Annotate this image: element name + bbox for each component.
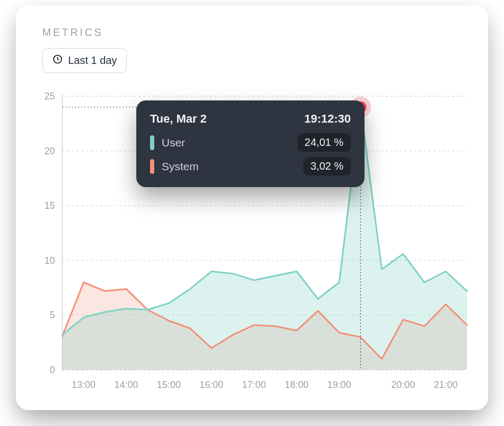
svg-text:16:00: 16:00 [200,379,223,390]
tooltip-row-user: User 24,01 % [150,133,351,152]
metrics-card: METRICS Last 1 day 051015202513:0014:001… [16,5,488,410]
swatch-user [150,135,154,150]
svg-text:5: 5 [50,310,55,320]
svg-text:25: 25 [44,91,55,101]
swatch-system [150,159,154,174]
svg-text:15:00: 15:00 [157,379,181,390]
card-title: METRICS [42,26,472,39]
svg-text:18:00: 18:00 [285,379,309,390]
tooltip-series-name: System [162,160,296,173]
tooltip-row-system: System 3,02 % [150,157,351,175]
chart-area[interactable]: 051015202513:0014:0015:0016:0017:0018:00… [32,90,472,394]
svg-text:21:00: 21:00 [434,379,458,390]
tooltip-series-value: 24,01 % [297,133,351,152]
svg-text:0: 0 [50,365,55,375]
svg-text:13:00: 13:00 [72,379,96,390]
svg-text:17:00: 17:00 [242,379,266,390]
time-range-button[interactable]: Last 1 day [42,48,127,73]
svg-text:20:00: 20:00 [391,379,415,390]
tooltip-series-value: 3,02 % [303,157,351,175]
svg-text:19:00: 19:00 [328,379,351,390]
time-range-label: Last 1 day [68,54,117,67]
tooltip-series-name: User [162,136,290,149]
svg-text:14:00: 14:00 [114,379,138,390]
svg-text:10: 10 [44,255,55,266]
svg-text:20: 20 [44,146,55,156]
chart-tooltip: Tue, Mar 2 19:12:30 User 24,01 % System … [136,100,365,187]
svg-text:15: 15 [44,200,55,211]
tooltip-date: Tue, Mar 2 [150,112,207,126]
clock-icon [52,54,63,67]
tooltip-time: 19:12:30 [304,112,351,126]
